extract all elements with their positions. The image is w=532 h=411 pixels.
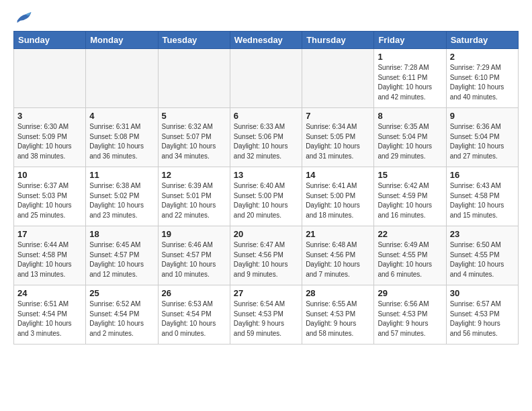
- logo-bird-icon: [16, 11, 32, 24]
- day-info: Sunrise: 6:49 AM Sunset: 4:55 PM Dayligh…: [378, 240, 442, 279]
- day-info: Sunrise: 6:34 AM Sunset: 5:05 PM Dayligh…: [306, 122, 370, 161]
- day-number: 6: [234, 111, 298, 121]
- calendar-header-monday: Monday: [86, 32, 158, 49]
- calendar-week-3: 10Sunrise: 6:37 AM Sunset: 5:03 PM Dayli…: [14, 167, 519, 226]
- day-number: 17: [17, 229, 82, 239]
- calendar-cell-3-4: 13Sunrise: 6:40 AM Sunset: 5:00 PM Dayli…: [230, 167, 302, 226]
- calendar-cell-3-3: 12Sunrise: 6:39 AM Sunset: 5:01 PM Dayli…: [158, 167, 230, 226]
- calendar-cell-1-3: [158, 49, 230, 108]
- calendar-cell-4-2: 18Sunrise: 6:45 AM Sunset: 4:57 PM Dayli…: [86, 226, 158, 285]
- day-info: Sunrise: 6:44 AM Sunset: 4:58 PM Dayligh…: [17, 240, 82, 279]
- day-number: 10: [17, 170, 82, 180]
- calendar-cell-4-7: 23Sunrise: 6:50 AM Sunset: 4:55 PM Dayli…: [446, 226, 518, 285]
- calendar-cell-3-6: 15Sunrise: 6:42 AM Sunset: 4:59 PM Dayli…: [374, 167, 446, 226]
- header: [13, 11, 519, 24]
- calendar-header-friday: Friday: [374, 32, 446, 49]
- day-number: 15: [378, 170, 442, 180]
- day-number: 23: [450, 229, 515, 239]
- calendar-cell-2-4: 6Sunrise: 6:33 AM Sunset: 5:06 PM Daylig…: [230, 108, 302, 167]
- day-number: 19: [162, 229, 226, 239]
- day-number: 8: [378, 111, 442, 121]
- day-info: Sunrise: 6:35 AM Sunset: 5:04 PM Dayligh…: [378, 122, 442, 161]
- day-number: 1: [378, 52, 442, 62]
- day-number: 28: [306, 288, 370, 298]
- day-number: 2: [450, 52, 515, 62]
- calendar-cell-4-3: 19Sunrise: 6:46 AM Sunset: 4:57 PM Dayli…: [158, 226, 230, 285]
- calendar-week-5: 24Sunrise: 6:51 AM Sunset: 4:54 PM Dayli…: [14, 285, 519, 345]
- calendar-week-4: 17Sunrise: 6:44 AM Sunset: 4:58 PM Dayli…: [14, 226, 519, 285]
- logo-text: [13, 11, 34, 24]
- day-info: Sunrise: 6:53 AM Sunset: 4:54 PM Dayligh…: [162, 300, 226, 338]
- calendar-cell-2-3: 5Sunrise: 6:32 AM Sunset: 5:07 PM Daylig…: [158, 108, 230, 167]
- calendar-cell-1-1: [14, 49, 86, 108]
- day-info: Sunrise: 6:56 AM Sunset: 4:53 PM Dayligh…: [378, 300, 442, 338]
- day-number: 4: [89, 111, 154, 121]
- day-info: Sunrise: 6:43 AM Sunset: 4:58 PM Dayligh…: [450, 181, 515, 220]
- day-number: 3: [17, 111, 82, 121]
- day-info: Sunrise: 6:41 AM Sunset: 5:00 PM Dayligh…: [306, 181, 370, 220]
- day-number: 18: [89, 229, 154, 239]
- day-info: Sunrise: 6:42 AM Sunset: 4:59 PM Dayligh…: [378, 181, 442, 220]
- day-number: 29: [378, 288, 442, 298]
- day-info: Sunrise: 6:55 AM Sunset: 4:53 PM Dayligh…: [306, 300, 370, 338]
- calendar-cell-4-5: 21Sunrise: 6:48 AM Sunset: 4:56 PM Dayli…: [302, 226, 374, 285]
- calendar-cell-3-7: 16Sunrise: 6:43 AM Sunset: 4:58 PM Dayli…: [446, 167, 518, 226]
- calendar-cell-2-2: 4Sunrise: 6:31 AM Sunset: 5:08 PM Daylig…: [86, 108, 158, 167]
- calendar-cell-2-6: 8Sunrise: 6:35 AM Sunset: 5:04 PM Daylig…: [374, 108, 446, 167]
- calendar-cell-3-2: 11Sunrise: 6:38 AM Sunset: 5:02 PM Dayli…: [86, 167, 158, 226]
- day-number: 7: [306, 111, 370, 121]
- calendar-cell-1-5: [302, 49, 374, 108]
- day-number: 24: [17, 288, 82, 298]
- calendar-cell-3-1: 10Sunrise: 6:37 AM Sunset: 5:03 PM Dayli…: [14, 167, 86, 226]
- calendar: SundayMondayTuesdayWednesdayThursdayFrid…: [13, 31, 519, 345]
- day-number: 11: [89, 170, 154, 180]
- calendar-cell-5-4: 27Sunrise: 6:54 AM Sunset: 4:53 PM Dayli…: [230, 285, 302, 345]
- calendar-cell-4-6: 22Sunrise: 6:49 AM Sunset: 4:55 PM Dayli…: [374, 226, 446, 285]
- calendar-header-tuesday: Tuesday: [158, 32, 230, 49]
- day-number: 16: [450, 170, 515, 180]
- calendar-header-saturday: Saturday: [446, 32, 518, 49]
- calendar-header-wednesday: Wednesday: [230, 32, 302, 49]
- calendar-cell-2-7: 9Sunrise: 6:36 AM Sunset: 5:04 PM Daylig…: [446, 108, 518, 167]
- day-number: 5: [162, 111, 226, 121]
- calendar-header-thursday: Thursday: [302, 32, 374, 49]
- calendar-cell-2-1: 3Sunrise: 6:30 AM Sunset: 5:09 PM Daylig…: [14, 108, 86, 167]
- page: SundayMondayTuesdayWednesdayThursdayFrid…: [0, 0, 532, 355]
- calendar-cell-4-1: 17Sunrise: 6:44 AM Sunset: 4:58 PM Dayli…: [14, 226, 86, 285]
- calendar-cell-1-6: 1Sunrise: 7:28 AM Sunset: 6:11 PM Daylig…: [374, 49, 446, 108]
- day-number: 14: [306, 170, 370, 180]
- calendar-cell-5-5: 28Sunrise: 6:55 AM Sunset: 4:53 PM Dayli…: [302, 285, 374, 345]
- day-info: Sunrise: 6:57 AM Sunset: 4:53 PM Dayligh…: [450, 300, 515, 338]
- day-info: Sunrise: 6:31 AM Sunset: 5:08 PM Dayligh…: [89, 122, 154, 161]
- day-info: Sunrise: 7:28 AM Sunset: 6:11 PM Dayligh…: [378, 63, 442, 102]
- day-number: 26: [162, 288, 226, 298]
- day-info: Sunrise: 6:46 AM Sunset: 4:57 PM Dayligh…: [162, 240, 226, 279]
- day-info: Sunrise: 6:45 AM Sunset: 4:57 PM Dayligh…: [89, 240, 154, 279]
- day-number: 13: [234, 170, 298, 180]
- day-number: 20: [234, 229, 298, 239]
- day-number: 12: [162, 170, 226, 180]
- day-info: Sunrise: 6:50 AM Sunset: 4:55 PM Dayligh…: [450, 240, 515, 279]
- day-info: Sunrise: 6:48 AM Sunset: 4:56 PM Dayligh…: [306, 240, 370, 279]
- calendar-cell-1-2: [86, 49, 158, 108]
- logo: [13, 11, 34, 24]
- calendar-week-1: 1Sunrise: 7:28 AM Sunset: 6:11 PM Daylig…: [14, 49, 519, 108]
- calendar-cell-5-2: 25Sunrise: 6:52 AM Sunset: 4:54 PM Dayli…: [86, 285, 158, 345]
- day-info: Sunrise: 6:37 AM Sunset: 5:03 PM Dayligh…: [17, 181, 82, 220]
- day-info: Sunrise: 6:30 AM Sunset: 5:09 PM Dayligh…: [17, 122, 82, 161]
- calendar-cell-3-5: 14Sunrise: 6:41 AM Sunset: 5:00 PM Dayli…: [302, 167, 374, 226]
- day-number: 30: [450, 288, 515, 298]
- day-number: 21: [306, 229, 370, 239]
- calendar-cell-1-4: [230, 49, 302, 108]
- calendar-header-sunday: Sunday: [14, 32, 86, 49]
- day-info: Sunrise: 6:39 AM Sunset: 5:01 PM Dayligh…: [162, 181, 226, 220]
- calendar-cell-5-3: 26Sunrise: 6:53 AM Sunset: 4:54 PM Dayli…: [158, 285, 230, 345]
- day-info: Sunrise: 6:47 AM Sunset: 4:56 PM Dayligh…: [234, 240, 298, 279]
- day-info: Sunrise: 6:32 AM Sunset: 5:07 PM Dayligh…: [162, 122, 226, 161]
- day-info: Sunrise: 6:36 AM Sunset: 5:04 PM Dayligh…: [450, 122, 515, 161]
- calendar-cell-2-5: 7Sunrise: 6:34 AM Sunset: 5:05 PM Daylig…: [302, 108, 374, 167]
- day-info: Sunrise: 6:52 AM Sunset: 4:54 PM Dayligh…: [89, 300, 154, 338]
- day-number: 25: [89, 288, 154, 298]
- day-number: 22: [378, 229, 442, 239]
- day-info: Sunrise: 6:51 AM Sunset: 4:54 PM Dayligh…: [17, 300, 82, 338]
